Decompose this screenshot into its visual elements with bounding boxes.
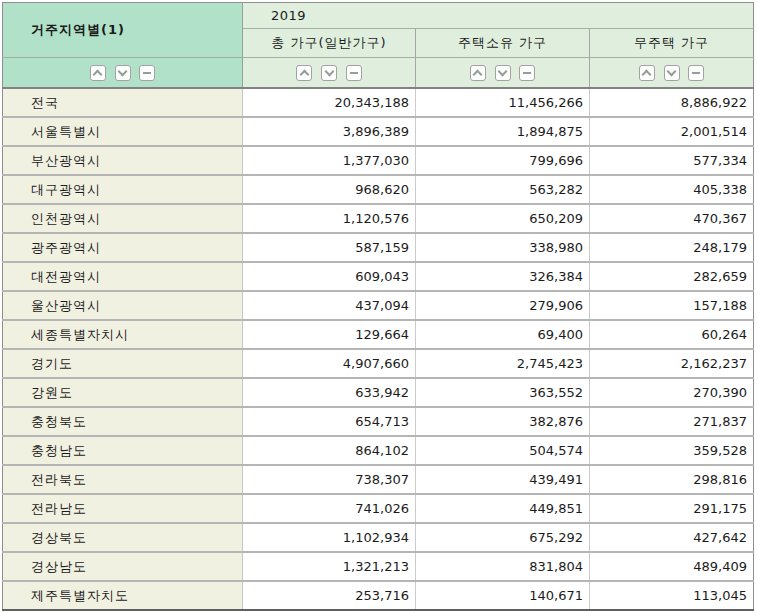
sort-clear-button[interactable] (519, 65, 535, 81)
data-cell-total-households: 1,120,576 (243, 204, 416, 233)
data-cell-total-households: 20,343,188 (243, 88, 416, 117)
sort-controls-total-households (243, 58, 416, 89)
table-row: 제주특별자치도 253,716 140,671 113,045 (3, 581, 754, 610)
table-row: 서울특별시 3,896,389 1,894,875 2,001,514 (3, 117, 754, 146)
data-cell-non-homeowner-households: 282,659 (590, 262, 754, 291)
data-cell-homeowner-households: 650,209 (416, 204, 590, 233)
sort-clear-button[interactable] (139, 65, 155, 81)
region-label: 경상남도 (3, 552, 243, 581)
sort-descending-button[interactable] (115, 65, 131, 81)
data-cell-total-households: 1,321,213 (243, 552, 416, 581)
chevron-up-icon (473, 69, 483, 79)
data-cell-homeowner-households: 140,671 (416, 581, 590, 610)
sort-descending-button[interactable] (664, 65, 680, 81)
data-cell-non-homeowner-households: 291,175 (590, 494, 754, 523)
year-header: 2019 (243, 3, 754, 29)
sort-controls-non-homeowner-households (590, 58, 754, 89)
data-cell-non-homeowner-households: 405,338 (590, 175, 754, 204)
data-cell-homeowner-households: 11,456,266 (416, 88, 590, 117)
data-cell-total-households: 129,664 (243, 320, 416, 349)
column-header-total-households: 총 가구(일반가구) (243, 29, 416, 58)
data-cell-non-homeowner-households: 577,334 (590, 146, 754, 175)
data-cell-total-households: 741,026 (243, 494, 416, 523)
chevron-down-icon (498, 66, 508, 76)
table-header: 거주지역별(1) 2019 총 가구(일반가구) 주택소유 가구 무주택 가구 (3, 3, 754, 89)
sort-ascending-button[interactable] (639, 65, 655, 81)
data-cell-homeowner-households: 831,804 (416, 552, 590, 581)
data-cell-non-homeowner-households: 157,188 (590, 291, 754, 320)
data-cell-total-households: 4,907,660 (243, 349, 416, 378)
column-header-non-homeowner-households: 무주택 가구 (590, 29, 754, 58)
data-cell-homeowner-households: 563,282 (416, 175, 590, 204)
region-label: 울산광역시 (3, 291, 243, 320)
minus-icon (143, 72, 151, 74)
data-cell-non-homeowner-households: 248,179 (590, 233, 754, 262)
table-row: 전라남도 741,026 449,851 291,175 (3, 494, 754, 523)
data-cell-total-households: 1,102,934 (243, 523, 416, 552)
data-cell-non-homeowner-households: 489,409 (590, 552, 754, 581)
sort-controls-homeowner-households (416, 58, 590, 89)
data-cell-homeowner-households: 326,384 (416, 262, 590, 291)
table-row: 인천광역시 1,120,576 650,209 470,367 (3, 204, 754, 233)
table-row: 전라북도 738,307 439,491 298,816 (3, 465, 754, 494)
data-cell-total-households: 968,620 (243, 175, 416, 204)
data-cell-total-households: 609,043 (243, 262, 416, 291)
region-label: 세종특별자치시 (3, 320, 243, 349)
data-cell-non-homeowner-households: 427,642 (590, 523, 754, 552)
data-cell-homeowner-households: 338,980 (416, 233, 590, 262)
chevron-down-icon (667, 66, 677, 76)
table-row: 전국 20,343,188 11,456,266 8,886,922 (3, 88, 754, 117)
sort-descending-button[interactable] (495, 65, 511, 81)
chevron-down-icon (324, 66, 334, 76)
data-cell-total-households: 587,159 (243, 233, 416, 262)
data-cell-non-homeowner-households: 271,837 (590, 407, 754, 436)
data-cell-total-households: 1,377,030 (243, 146, 416, 175)
region-label: 부산광역시 (3, 146, 243, 175)
sort-ascending-button[interactable] (296, 65, 312, 81)
region-label: 경기도 (3, 349, 243, 378)
sort-clear-button[interactable] (688, 65, 704, 81)
data-cell-non-homeowner-households: 470,367 (590, 204, 754, 233)
table-row: 강원도 633,942 363,552 270,390 (3, 378, 754, 407)
region-label: 전국 (3, 88, 243, 117)
table-row: 세종특별자치시 129,664 69,400 60,264 (3, 320, 754, 349)
data-cell-non-homeowner-households: 8,886,922 (590, 88, 754, 117)
data-cell-homeowner-households: 2,745,423 (416, 349, 590, 378)
data-cell-homeowner-households: 449,851 (416, 494, 590, 523)
region-label: 제주특별자치도 (3, 581, 243, 610)
region-label: 충청북도 (3, 407, 243, 436)
data-cell-homeowner-households: 279,906 (416, 291, 590, 320)
minus-icon (523, 72, 531, 74)
table-row: 부산광역시 1,377,030 799,696 577,334 (3, 146, 754, 175)
statistics-table: 거주지역별(1) 2019 총 가구(일반가구) 주택소유 가구 무주택 가구 (2, 2, 754, 611)
table-row: 대구광역시 968,620 563,282 405,338 (3, 175, 754, 204)
data-cell-homeowner-households: 1,894,875 (416, 117, 590, 146)
chevron-up-icon (300, 69, 310, 79)
region-label: 충청남도 (3, 436, 243, 465)
data-cell-homeowner-households: 504,574 (416, 436, 590, 465)
region-label: 대구광역시 (3, 175, 243, 204)
data-cell-non-homeowner-households: 2,162,237 (590, 349, 754, 378)
page: 거주지역별(1) 2019 총 가구(일반가구) 주택소유 가구 무주택 가구 (0, 0, 757, 611)
sort-descending-button[interactable] (321, 65, 337, 81)
sort-ascending-button[interactable] (470, 65, 486, 81)
minus-icon (692, 72, 700, 74)
data-cell-homeowner-households: 799,696 (416, 146, 590, 175)
data-cell-homeowner-households: 69,400 (416, 320, 590, 349)
region-label: 경상북도 (3, 523, 243, 552)
table-row: 경상북도 1,102,934 675,292 427,642 (3, 523, 754, 552)
table-body: 전국 20,343,188 11,456,266 8,886,922 서울특별시… (3, 88, 754, 610)
chevron-up-icon (93, 69, 103, 79)
chevron-up-icon (642, 69, 652, 79)
data-cell-total-households: 253,716 (243, 581, 416, 610)
region-label: 강원도 (3, 378, 243, 407)
sort-clear-button[interactable] (346, 65, 362, 81)
region-label: 대전광역시 (3, 262, 243, 291)
data-cell-homeowner-households: 675,292 (416, 523, 590, 552)
minus-icon (350, 72, 358, 74)
table-row: 울산광역시 437,094 279,906 157,188 (3, 291, 754, 320)
data-cell-non-homeowner-households: 359,528 (590, 436, 754, 465)
sort-controls-region (3, 58, 243, 89)
data-cell-total-households: 738,307 (243, 465, 416, 494)
sort-ascending-button[interactable] (90, 65, 106, 81)
